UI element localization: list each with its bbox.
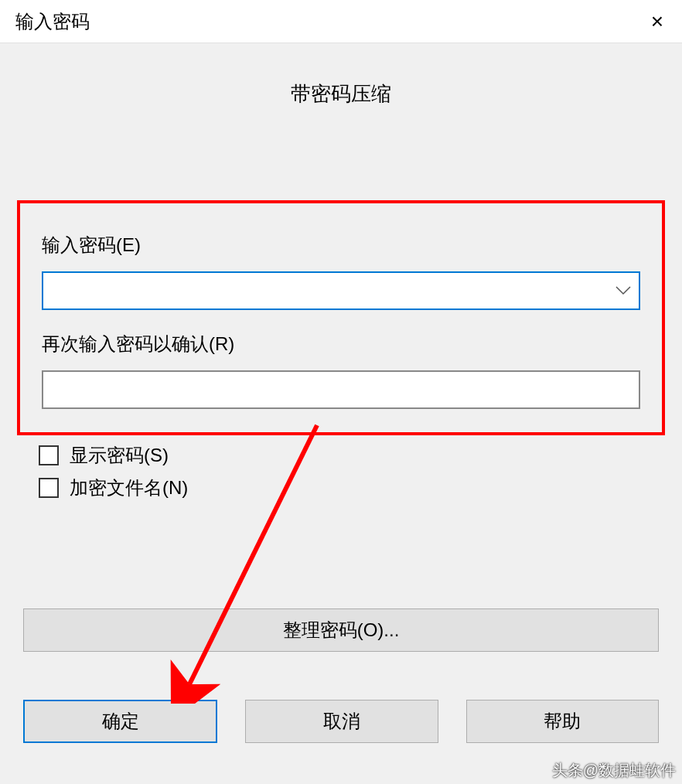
watermark-text: 头条@数据蛙软件 xyxy=(552,760,676,781)
show-password-checkbox[interactable] xyxy=(39,445,59,465)
dialog-content: 带密码压缩 输入密码(E) 再次输入密码以确认(R) 显示密码(S) 加密文件名… xyxy=(0,80,682,743)
ok-button[interactable]: 确定 xyxy=(23,700,217,743)
password-label: 输入密码(E) xyxy=(42,233,640,257)
dialog-button-row: 确定 取消 帮助 xyxy=(15,700,667,743)
show-password-label: 显示密码(S) xyxy=(70,443,169,468)
confirm-password-input[interactable] xyxy=(42,370,640,409)
show-password-row: 显示密码(S) xyxy=(39,443,667,468)
organize-button-label: 整理密码(O)... xyxy=(283,618,400,643)
password-input-wrapper xyxy=(42,271,640,310)
confirm-password-label: 再次输入密码以确认(R) xyxy=(42,332,640,356)
ok-button-label: 确定 xyxy=(102,709,139,734)
password-input[interactable] xyxy=(42,271,640,310)
cancel-button-label: 取消 xyxy=(323,709,360,734)
window-title: 输入密码 xyxy=(15,9,90,34)
encrypt-filenames-label: 加密文件名(N) xyxy=(70,476,188,500)
encrypt-filenames-row: 加密文件名(N) xyxy=(39,476,667,500)
password-section-highlight: 输入密码(E) 再次输入密码以确认(R) xyxy=(17,200,665,435)
cancel-button[interactable]: 取消 xyxy=(245,700,438,743)
help-button[interactable]: 帮助 xyxy=(466,700,659,743)
dialog-heading: 带密码压缩 xyxy=(15,80,667,107)
titlebar: 输入密码 × xyxy=(0,0,682,43)
help-button-label: 帮助 xyxy=(544,709,581,734)
confirm-input-wrapper xyxy=(42,370,640,409)
encrypt-filenames-checkbox[interactable] xyxy=(39,478,59,498)
close-icon[interactable]: × xyxy=(645,9,670,34)
organize-passwords-button[interactable]: 整理密码(O)... xyxy=(23,608,659,652)
